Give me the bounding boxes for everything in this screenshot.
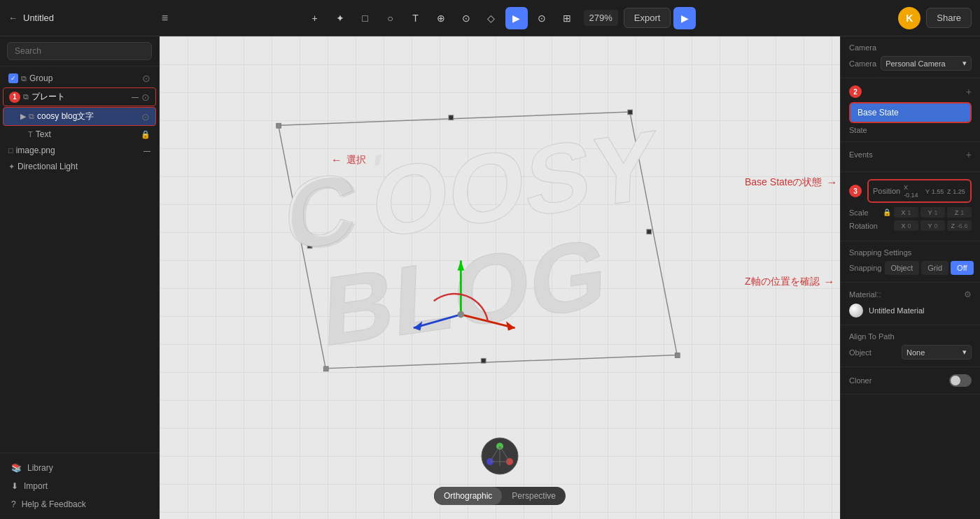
tool-add[interactable]: + xyxy=(304,7,326,29)
layer-item-group[interactable]: ✓ ⧉ Group ⊙ xyxy=(3,70,156,87)
svg-rect-8 xyxy=(647,229,652,234)
layer-name-image: image.png xyxy=(16,145,141,155)
tool-rect[interactable]: □ xyxy=(354,7,377,29)
snap-grid-button[interactable]: Grid xyxy=(921,261,948,275)
layer-options-plate[interactable]: ⊙ xyxy=(141,92,150,103)
scale-z[interactable]: Z 1 xyxy=(947,207,972,218)
material-settings-icon[interactable]: ⚙ xyxy=(964,290,972,299)
camera-select-label: Camera xyxy=(849,59,876,68)
image-type-icon: □ xyxy=(8,146,13,155)
tool-select[interactable]: ▶ xyxy=(505,7,528,29)
share-button[interactable]: Share xyxy=(926,8,972,28)
layer-name-light: Directional Light xyxy=(18,162,150,171)
tool-ring[interactable]: ⊙ xyxy=(455,7,477,29)
rotation-x[interactable]: X 0 xyxy=(894,220,918,231)
layer-name-coosy: coosy blog文字 xyxy=(37,111,139,122)
align-path-select[interactable]: None ▾ xyxy=(902,345,972,360)
canvas-area[interactable]: ← 選択 Base Stateの状態 → Z軸の位置を確認 → xyxy=(160,36,840,519)
state-section: 2 + Base State State xyxy=(841,78,980,142)
material-preview xyxy=(849,304,863,318)
events-section: Events + xyxy=(841,142,980,172)
snap-off-button[interactable]: Off xyxy=(951,261,973,275)
state-value[interactable]: Base State xyxy=(849,102,972,123)
svg-point-20 xyxy=(458,311,465,318)
material-name: Untitled Material xyxy=(869,306,924,315)
view-perspective[interactable]: Perspective xyxy=(502,487,566,505)
snapping-label: Snapping Settings xyxy=(849,248,972,257)
export-button[interactable]: Export xyxy=(624,8,671,28)
tool-sphere[interactable]: ⊕ xyxy=(430,7,452,29)
layer-item-coosy[interactable]: ▶ ⧉ coosy blog文字 ⊙ xyxy=(3,107,156,126)
svg-rect-4 xyxy=(323,367,328,371)
rotation-y[interactable]: Y 0 xyxy=(920,220,945,231)
state-label: State xyxy=(849,126,972,134)
position-y: Y 1.55 xyxy=(925,187,944,195)
layer-list: ✓ ⧉ Group ⊙ 1 ⧉ プレート — ⊙ ▶ ⧉ coosy blog文… xyxy=(0,66,159,453)
search-bar xyxy=(0,36,159,66)
back-button[interactable]: ← xyxy=(8,13,18,23)
import-label: Import xyxy=(24,481,48,491)
state-add-button[interactable]: + xyxy=(966,86,972,97)
scale-x[interactable]: X 1 xyxy=(894,207,918,218)
align-to-path-section: Align To Path Object None ▾ xyxy=(841,325,980,367)
layer-options-group[interactable]: ⊙ xyxy=(142,73,150,84)
annotation-basestate: Base Stateの状態 → xyxy=(745,176,838,189)
layer-name-text: Text xyxy=(36,129,138,139)
text-type-icon: T xyxy=(28,130,33,138)
rotation-label: Rotation xyxy=(849,222,880,230)
help-label: Help & Feedback xyxy=(22,499,86,509)
layer-checkbox-group[interactable]: ✓ xyxy=(8,73,18,83)
camera-label: Camera xyxy=(849,43,972,52)
cloner-toggle[interactable] xyxy=(949,374,972,387)
tool-grid[interactable]: ⊞ xyxy=(556,7,578,29)
align-to-path-row: Object None ▾ xyxy=(849,345,972,360)
menu-button[interactable]: ≡ xyxy=(162,12,168,24)
view-orthographic[interactable]: Orthographic xyxy=(434,487,502,505)
scene-gizmo[interactable] xyxy=(479,435,521,477)
layer-item-light[interactable]: ✦ Directional Light xyxy=(3,159,156,174)
position-z: Z 1.25 xyxy=(947,187,966,195)
search-input[interactable] xyxy=(7,42,152,60)
rotation-z[interactable]: Z -6.6 xyxy=(947,220,972,231)
zoom-display[interactable]: 279% xyxy=(584,10,618,26)
library-label: Library xyxy=(27,463,53,473)
align-chevron-icon: ▾ xyxy=(962,348,967,357)
topbar-right: K Share xyxy=(832,7,972,29)
help-button[interactable]: ? Help & Feedback xyxy=(6,495,153,513)
tool-rotate[interactable]: ⊙ xyxy=(531,7,553,29)
transform-section: 3 Position X -0.14 Y 1.55 Z 1.25 Scale xyxy=(841,172,980,241)
right-panel: Camera Camera Personal Camera ▾ 2 + Base… xyxy=(840,36,980,519)
plate-icon: ⧉ xyxy=(23,92,29,101)
tool-circle[interactable]: ○ xyxy=(379,7,402,29)
annotation-zaxis: Z軸の位置を確認 → xyxy=(745,276,835,288)
annotation-basestate-text: Base Stateの状態 xyxy=(745,176,822,189)
left-sidebar: ✓ ⧉ Group ⊙ 1 ⧉ プレート — ⊙ ▶ ⧉ coosy blog文… xyxy=(0,36,160,519)
tool-star[interactable]: ✦ xyxy=(329,7,351,29)
play-button[interactable]: ▶ xyxy=(673,7,696,29)
position-label: Position xyxy=(873,187,901,195)
svg-rect-5 xyxy=(449,115,454,120)
tool-text[interactable]: T xyxy=(405,7,427,29)
library-button[interactable]: 📚 Library xyxy=(6,459,153,477)
scale-lock-icon: 🔒 xyxy=(883,208,891,216)
layer-name-plate: プレート xyxy=(31,91,129,103)
camera-select[interactable]: Personal Camera ▾ xyxy=(881,56,972,71)
layer-item-plate[interactable]: 1 ⧉ プレート — ⊙ xyxy=(3,87,156,106)
align-object-label: Object xyxy=(849,348,872,357)
library-icon: 📚 xyxy=(11,463,22,473)
badge-3: 3 xyxy=(849,185,862,197)
import-button[interactable]: ⬇ Import xyxy=(6,477,153,495)
tool-shape[interactable]: ◇ xyxy=(480,7,503,29)
group-icon: ⧉ xyxy=(21,74,27,83)
layer-name-group: Group xyxy=(29,73,139,83)
snap-object-button[interactable]: Object xyxy=(885,261,920,275)
annotation-zaxis-text: Z軸の位置を確認 xyxy=(745,276,820,288)
scale-y[interactable]: Y 1 xyxy=(920,207,945,218)
layer-item-text[interactable]: T Text 🔒 xyxy=(3,127,156,142)
chevron-down-icon: ▾ xyxy=(962,59,967,68)
events-add-button[interactable]: + xyxy=(966,149,972,160)
layer-item-image[interactable]: □ image.png — xyxy=(3,143,156,158)
layer-options-coosy[interactable]: ⊙ xyxy=(141,111,150,122)
position-row: Position X -0.14 Y 1.55 Z 1.25 xyxy=(867,179,972,203)
app-title: Untitled xyxy=(23,13,54,23)
